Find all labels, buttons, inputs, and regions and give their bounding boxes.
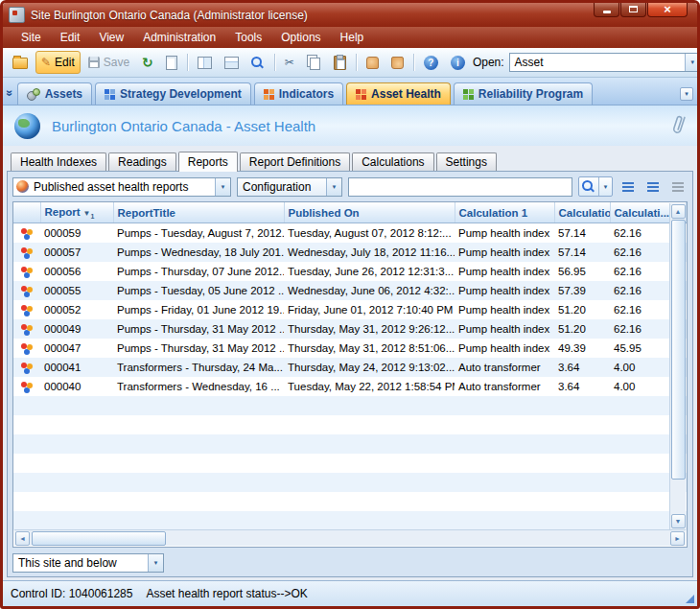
close-button[interactable]: ×: [647, 2, 688, 17]
column-header-published-on[interactable]: Published On: [284, 202, 455, 223]
status-bar: Control ID: 1040061285 Asset health repo…: [3, 580, 697, 606]
table-row[interactable]: 000040Transformers - Wednesday, 16 ...Tu…: [13, 377, 687, 396]
subtab-report-definitions[interactable]: Report Definitions: [240, 152, 350, 171]
split-horizontal-button[interactable]: [220, 52, 244, 73]
list-view-icon: [622, 182, 634, 192]
table-row[interactable]: 000055Pumps - Tuesday, 05 June 2012 ...W…: [13, 281, 687, 300]
subtab-settings[interactable]: Settings: [436, 152, 497, 171]
menu-item-edit[interactable]: Edit: [52, 29, 89, 46]
table-row[interactable]: 000041Transformers - Thursday, 24 Ma...T…: [13, 358, 687, 377]
reliability-icon: [463, 89, 474, 100]
tab-label: Reliability Program: [478, 87, 583, 101]
chart-view-button[interactable]: [668, 177, 688, 197]
paperclip-icon[interactable]: [668, 111, 688, 139]
horizontal-scrollbar[interactable]: ◄ ►: [14, 529, 686, 546]
scroll-up-button[interactable]: ▲: [671, 204, 686, 219]
magnifier-icon: [251, 57, 262, 67]
column-header-calculation-2[interactable]: Calculation...: [554, 202, 610, 223]
rows-layout-icon: [224, 57, 239, 69]
preview-button[interactable]: [246, 52, 269, 73]
info-button[interactable]: i: [446, 52, 470, 73]
horizontal-scroll-track[interactable]: [30, 531, 670, 546]
details-view-button[interactable]: [643, 177, 663, 197]
reject-button[interactable]: [386, 52, 408, 73]
column-header-report[interactable]: Report▼1: [40, 202, 113, 223]
new-document-button[interactable]: [161, 52, 182, 73]
tab-label: Indicators: [279, 87, 334, 101]
table-row[interactable]: 000059Pumps - Tuesday, August 7, 2012...…: [13, 223, 687, 244]
horizontal-scroll-thumb[interactable]: [32, 531, 166, 546]
resize-grip[interactable]: [686, 595, 694, 603]
vertical-scrollbar[interactable]: ▲ ▼: [669, 203, 686, 529]
site-scope-dropdown[interactable]: This site and below ▼: [12, 553, 164, 573]
toolbar-separator: [356, 54, 357, 71]
menu-item-help[interactable]: Help: [332, 29, 373, 46]
copy-button[interactable]: [302, 52, 326, 73]
search-options-arrow[interactable]: ▼: [598, 177, 612, 196]
refresh-button[interactable]: ↻: [137, 52, 158, 73]
paste-button[interactable]: [329, 52, 351, 73]
chevron-down-icon[interactable]: ▼: [326, 178, 341, 196]
vertical-scroll-thumb[interactable]: [671, 220, 686, 480]
tab-label: Asset Health: [371, 87, 441, 101]
search-button[interactable]: ▼: [578, 176, 613, 197]
edit-button-label: Edit: [55, 56, 75, 69]
tab-asset-health[interactable]: Asset Health: [346, 82, 451, 105]
search-input[interactable]: [348, 177, 572, 197]
maximize-button[interactable]: [620, 2, 646, 17]
report-table: Report▼1 ReportTitle Published On Calcul…: [12, 201, 688, 548]
list-view-button[interactable]: [618, 177, 638, 197]
panel-footer: This site and below ▼: [12, 553, 688, 573]
report-status-icon: [21, 266, 34, 278]
tab-reliability-program[interactable]: Reliability Program: [454, 82, 593, 105]
tab-indicators[interactable]: Indicators: [254, 82, 343, 105]
table-row[interactable]: 000049Pumps - Thursday, 31 May 2012 ...T…: [13, 319, 687, 339]
column-header-calculation-1[interactable]: Calculation 1: [455, 202, 554, 223]
subtab-calculations[interactable]: Calculations: [352, 152, 433, 171]
subtab-reports[interactable]: Reports: [178, 152, 238, 172]
open-file-button[interactable]: [8, 52, 33, 73]
approve-button[interactable]: [362, 52, 384, 73]
configuration-dropdown[interactable]: Configuration ▼: [237, 177, 342, 197]
chevron-down-icon[interactable]: ▼: [148, 554, 163, 572]
tab-assets[interactable]: Assets: [17, 82, 92, 105]
menu-item-view[interactable]: View: [90, 29, 132, 46]
columns-layout-icon: [198, 57, 212, 69]
cut-button[interactable]: ✂: [280, 52, 299, 73]
toolbar-separator: [187, 54, 188, 71]
minimize-button[interactable]: [594, 2, 619, 17]
vertical-scroll-track[interactable]: [671, 219, 686, 514]
scroll-right-button[interactable]: ►: [670, 531, 685, 546]
menu-item-tools[interactable]: Tools: [226, 29, 270, 46]
details-view-icon: [647, 182, 659, 192]
report-grid: Report▼1 ReportTitle Published On Calcul…: [13, 202, 687, 548]
tabstrip-scroll-button[interactable]: ▾: [680, 87, 693, 101]
table-row[interactable]: 000056Pumps - Thursday, 07 June 2012...T…: [13, 262, 687, 281]
open-combobox[interactable]: Asset ▼: [509, 53, 700, 72]
subtab-health-indexes[interactable]: Health Indexes: [11, 152, 106, 171]
table-row[interactable]: 000047Pumps - Thursday, 31 May 2012 ...T…: [13, 339, 687, 358]
edit-button[interactable]: ✎Edit: [35, 51, 81, 74]
column-header-reporttitle[interactable]: ReportTitle: [113, 202, 284, 223]
chevron-down-icon[interactable]: ▼: [215, 178, 230, 196]
menu-item-administration[interactable]: Administration: [134, 29, 224, 46]
scroll-left-button[interactable]: ◄: [15, 531, 30, 546]
refresh-icon: ↻: [142, 56, 153, 69]
search-magnifier-segment[interactable]: [579, 177, 598, 196]
report-status-icon: [21, 285, 34, 297]
split-vertical-button[interactable]: [193, 52, 217, 73]
chevron-down-icon[interactable]: ▼: [685, 54, 700, 71]
strategy-grid-icon: [105, 89, 115, 100]
table-row[interactable]: 000052Pumps - Friday, 01 June 2012 19...…: [13, 300, 687, 319]
main-tab-strip: » Assets Strategy Development Indicators…: [3, 78, 697, 105]
collapse-chevron-icon[interactable]: »: [3, 90, 16, 97]
subtab-readings[interactable]: Readings: [108, 152, 176, 171]
save-button[interactable]: Save: [83, 52, 134, 73]
report-filter-combobox[interactable]: Published asset health reports ▼: [12, 177, 231, 197]
table-row[interactable]: 000057Pumps - Wednesday, 18 July 201...W…: [13, 243, 687, 262]
scroll-down-button[interactable]: ▼: [671, 514, 686, 528]
help-button[interactable]: ?: [419, 52, 443, 73]
menu-item-options[interactable]: Options: [272, 29, 329, 46]
menu-item-site[interactable]: Site: [12, 29, 50, 46]
tab-strategy-development[interactable]: Strategy Development: [95, 82, 251, 105]
